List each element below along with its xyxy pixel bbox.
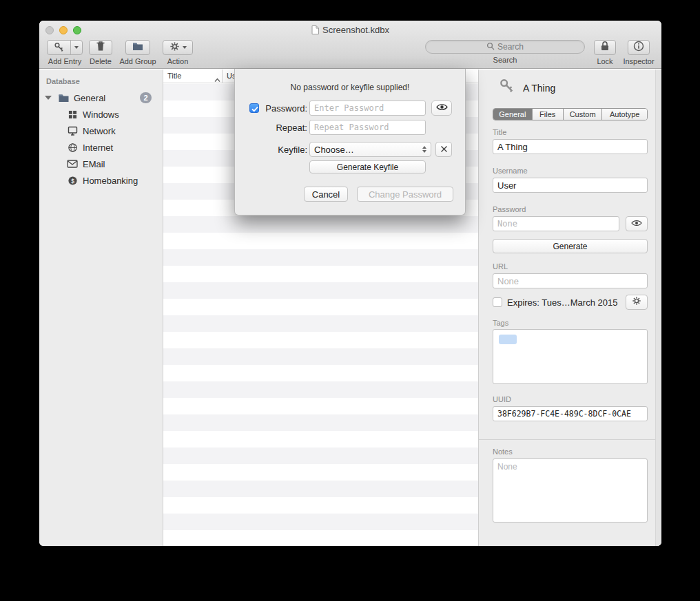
- add-entry-button[interactable]: [47, 40, 83, 55]
- tags-label: Tags: [493, 319, 508, 327]
- popup-stepper-icon: [422, 146, 426, 153]
- inspector-scrollbar[interactable]: [655, 70, 661, 546]
- search-icon: [486, 42, 495, 52]
- username-input[interactable]: [493, 178, 648, 193]
- globe-icon: [66, 143, 79, 153]
- sidebar-item-internet[interactable]: Internet: [39, 139, 163, 156]
- folder-icon: [57, 93, 70, 103]
- action-group: Action: [162, 40, 194, 65]
- trash-icon: [96, 41, 105, 54]
- sheet-message: No password or keyfile supplied!: [235, 83, 465, 92]
- inspector-button[interactable]: [628, 40, 650, 55]
- reveal-password-button[interactable]: [626, 216, 648, 231]
- envelope-icon: [66, 160, 79, 168]
- action-button[interactable]: [163, 40, 193, 55]
- notes-textarea[interactable]: [493, 458, 648, 523]
- gear-icon: [169, 41, 180, 54]
- sidebar-item-label: EMail: [83, 159, 105, 169]
- sheet-repeat-label: Repeat:: [259, 123, 307, 133]
- password-sheet: No password or keyfile supplied! Passwor…: [234, 69, 466, 215]
- enter-password-input[interactable]: [309, 101, 426, 116]
- tags-box[interactable]: [493, 329, 648, 384]
- search-placeholder: Search: [497, 42, 524, 52]
- tab-files[interactable]: Files: [533, 109, 564, 120]
- tab-custom[interactable]: Custom: [564, 109, 603, 120]
- change-password-button[interactable]: Change Password: [357, 187, 453, 202]
- chevron-down-icon[interactable]: [71, 41, 82, 54]
- key-icon: [498, 78, 516, 98]
- tab-autotype[interactable]: Autotype: [602, 109, 647, 120]
- clear-keyfile-button[interactable]: [435, 142, 452, 157]
- titlebar: Screenshot.kdbx: [39, 21, 661, 39]
- tag-token[interactable]: [499, 335, 517, 344]
- title-input[interactable]: [493, 139, 648, 154]
- search-group: Search Search: [425, 40, 585, 64]
- uuid-label: UUID: [493, 395, 511, 403]
- lock-button[interactable]: [594, 40, 616, 55]
- url-label: URL: [493, 262, 508, 271]
- title-field-wrap: [493, 139, 648, 154]
- info-icon: [633, 41, 644, 54]
- key-icon: [48, 41, 71, 54]
- sheet-password-label: Password:: [259, 103, 307, 114]
- coin-icon: $: [66, 176, 79, 186]
- inspector-tabs: General Files Custom Autotype: [493, 108, 648, 120]
- sidebar-item-label: General: [74, 93, 105, 103]
- inspector-panel: A Thing General Files Custom Autotype Ti…: [479, 70, 661, 546]
- windows-icon: [66, 110, 79, 119]
- inspector-group: Inspector: [619, 40, 658, 65]
- sidebar-item-network[interactable]: Network: [39, 123, 163, 139]
- delete-button[interactable]: [89, 40, 112, 55]
- keyfile-popup[interactable]: Choose…: [309, 142, 431, 157]
- document-proxy-icon: [311, 26, 319, 36]
- sheet-keyfile-label: Keyfile:: [259, 145, 307, 155]
- password-checkbox[interactable]: [249, 103, 259, 113]
- sidebar-item-label: Windows: [83, 109, 119, 120]
- entry-title: A Thing: [523, 83, 555, 94]
- column-header-title[interactable]: Title: [167, 72, 181, 80]
- url-input[interactable]: [493, 273, 648, 288]
- column-divider[interactable]: [222, 70, 223, 83]
- add-group-button[interactable]: [125, 40, 150, 55]
- inspector-divider: [479, 439, 661, 440]
- title-label: Title: [493, 128, 506, 136]
- sidebar-item-homebanking[interactable]: $ Homebanking: [39, 172, 163, 189]
- sidebar-item-general[interactable]: General 2: [39, 89, 163, 106]
- uuid-input[interactable]: [493, 406, 648, 421]
- action-label: Action: [167, 57, 189, 65]
- expires-checkbox[interactable]: [493, 297, 502, 307]
- sidebar-item-label: Internet: [83, 143, 113, 153]
- window-chrome: Screenshot.kdbx Add Entry Delete: [39, 21, 661, 69]
- password-input[interactable]: [493, 216, 619, 231]
- cancel-button[interactable]: Cancel: [304, 187, 348, 202]
- window-title-text: Screenshot.kdbx: [322, 25, 389, 35]
- inspector-label: Inspector: [623, 57, 654, 65]
- keyfile-popup-value: Choose…: [314, 145, 354, 155]
- eye-icon: [436, 102, 448, 114]
- search-input[interactable]: Search: [425, 40, 585, 54]
- username-field-wrap: [493, 178, 648, 193]
- sidebar-section-header: Database: [39, 75, 163, 89]
- eye-icon: [631, 218, 642, 230]
- add-entry-label: Add Entry: [48, 57, 81, 65]
- delete-label: Delete: [90, 57, 112, 65]
- sidebar-item-windows[interactable]: Windows: [39, 106, 163, 123]
- lock-label: Lock: [597, 57, 612, 65]
- username-label: Username: [493, 167, 528, 175]
- app-window: Screenshot.kdbx Add Entry Delete: [39, 21, 661, 546]
- sidebar: Database General 2 Windows Network Inter…: [39, 70, 163, 546]
- generate-keyfile-button[interactable]: Generate Keyfile: [309, 160, 426, 173]
- sidebar-item-label: Homebanking: [83, 176, 138, 186]
- generate-button[interactable]: Generate: [493, 239, 648, 253]
- lock-group: Lock: [593, 40, 617, 65]
- repeat-password-input[interactable]: [309, 120, 426, 135]
- notes-label: Notes: [493, 447, 513, 456]
- disclosure-triangle-icon[interactable]: [45, 96, 52, 100]
- expires-options-button[interactable]: [626, 295, 648, 310]
- sidebar-item-email[interactable]: EMail: [39, 156, 163, 172]
- sheet-reveal-button[interactable]: [431, 101, 452, 116]
- password-label: Password: [493, 205, 526, 213]
- toolbar: Add Entry Delete Add Group: [39, 39, 661, 69]
- password-field-wrap: [493, 216, 619, 231]
- tab-general[interactable]: General: [493, 109, 533, 120]
